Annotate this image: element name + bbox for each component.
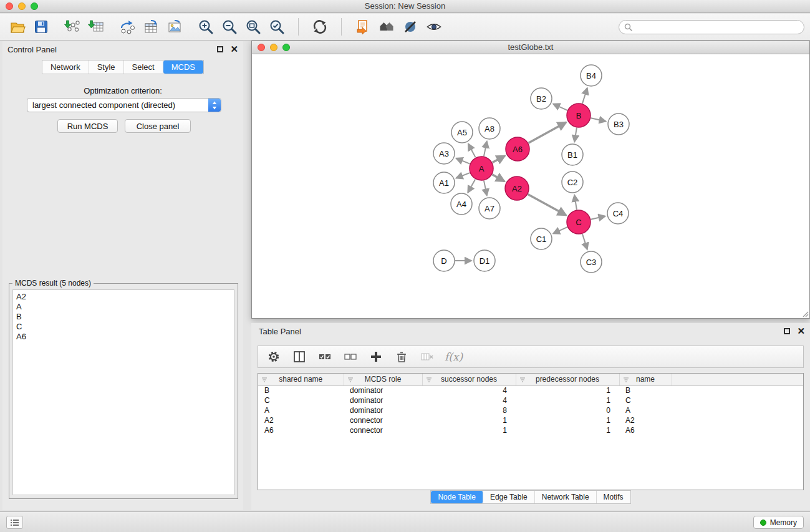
cell-name[interactable]: A <box>619 405 672 415</box>
clipboard-button[interactable] <box>353 17 373 37</box>
columns-button[interactable] <box>291 349 307 365</box>
node-C[interactable]: C <box>567 210 591 234</box>
node-A6[interactable]: A6 <box>506 137 529 161</box>
edge-B-B2[interactable] <box>553 104 567 110</box>
cell-shared-name[interactable]: A2 <box>258 415 344 425</box>
import-table-button[interactable] <box>86 17 106 37</box>
save-session-button[interactable] <box>31 17 51 37</box>
node-C1[interactable]: C1 <box>531 228 552 249</box>
tab-network[interactable]: Network <box>42 60 89 74</box>
edge-A-A2[interactable] <box>492 175 504 181</box>
cell-shared-name[interactable]: A6 <box>258 425 344 435</box>
import-network-button[interactable] <box>62 17 82 37</box>
table-row[interactable]: A2connector11A2 <box>258 415 803 425</box>
tab-edge-table[interactable]: Edge Table <box>483 491 535 503</box>
node-C4[interactable]: C4 <box>607 203 629 224</box>
cell-predecessor-nodes[interactable]: 1 <box>516 385 619 395</box>
cell-name[interactable]: A6 <box>619 425 672 435</box>
eye-button[interactable] <box>424 17 444 37</box>
node-C2[interactable]: C2 <box>562 172 583 193</box>
cell-MCDS-role[interactable]: dominator <box>344 385 422 395</box>
zoom-network-window-button[interactable] <box>282 44 290 51</box>
zoom-fit-button[interactable] <box>243 17 263 37</box>
node-A7[interactable]: A7 <box>479 198 500 219</box>
result-list-item[interactable]: B <box>16 312 231 322</box>
new-network-button[interactable] <box>117 17 137 37</box>
node-A[interactable]: A <box>470 157 493 180</box>
cell-shared-name[interactable]: A <box>258 405 344 415</box>
cell-predecessor-nodes[interactable]: 0 <box>516 405 619 415</box>
close-panel-button[interactable]: Close panel <box>125 119 191 133</box>
run-mcds-button[interactable]: Run MCDS <box>57 119 118 133</box>
node-A8[interactable]: A8 <box>479 118 500 139</box>
delete-column-button[interactable] <box>419 349 435 365</box>
result-list-item[interactable]: A <box>16 302 231 312</box>
edge-A-A5[interactable] <box>468 144 476 158</box>
table-row[interactable]: Cdominator41C <box>258 395 803 405</box>
close-table-panel-icon[interactable]: ✕ <box>797 327 805 334</box>
float-panel-icon[interactable] <box>217 46 223 52</box>
minimize-network-window-button[interactable] <box>270 44 277 51</box>
column-header-name[interactable]: name <box>619 374 672 385</box>
edge-A6-B[interactable] <box>529 122 566 143</box>
edge-C-C2[interactable] <box>574 195 577 210</box>
edge-B-B4[interactable] <box>582 88 587 104</box>
edge-A-A3[interactable] <box>456 158 470 164</box>
column-header-shared-name[interactable]: shared name <box>258 374 344 385</box>
function-builder-button[interactable]: f(x) <box>445 351 463 363</box>
cell-successor-nodes[interactable]: 4 <box>422 385 516 395</box>
delete-row-button[interactable] <box>393 349 410 365</box>
network-canvas[interactable]: B4B2BB3A5A8A6B1A3AC2A1A2A4A7CC4C1C3DD1 <box>252 55 809 318</box>
cell-name[interactable]: A2 <box>619 415 672 425</box>
float-table-panel-icon[interactable] <box>784 328 790 334</box>
table-row[interactable]: A6connector11A6 <box>258 425 803 435</box>
edge-A-A4[interactable] <box>468 179 475 192</box>
tab-mcds[interactable]: MCDS <box>163 60 203 74</box>
criterion-dropdown[interactable]: largest connected component (directed) <box>27 98 221 112</box>
edge-C-C4[interactable] <box>591 216 605 220</box>
edge-C-C1[interactable] <box>553 227 567 233</box>
node-B3[interactable]: B3 <box>608 114 629 135</box>
tab-select[interactable]: Select <box>124 60 163 74</box>
search-input[interactable] <box>635 22 799 32</box>
cell-predecessor-nodes[interactable]: 1 <box>516 425 619 435</box>
edge-B-B1[interactable] <box>574 128 577 142</box>
export-image-button[interactable] <box>165 17 185 37</box>
cell-successor-nodes[interactable]: 8 <box>422 405 516 415</box>
node-B1[interactable]: B1 <box>562 144 583 165</box>
settings-button[interactable] <box>266 349 282 365</box>
node-A2[interactable]: A2 <box>505 177 529 200</box>
refresh-button[interactable] <box>310 17 330 37</box>
cell-shared-name[interactable]: B <box>258 385 344 395</box>
edge-B-B3[interactable] <box>591 118 606 121</box>
column-header-predecessor-nodes[interactable]: predecessor nodes <box>516 374 619 385</box>
edge-A-A6[interactable] <box>493 156 505 163</box>
node-A5[interactable]: A5 <box>451 122 473 143</box>
close-network-window-button[interactable] <box>258 44 265 51</box>
add-row-button[interactable] <box>368 349 384 365</box>
new-table-button[interactable] <box>141 17 161 37</box>
memory-button[interactable]: Memory <box>753 516 804 529</box>
cell-successor-nodes[interactable]: 1 <box>422 415 516 425</box>
cell-successor-nodes[interactable]: 4 <box>422 395 516 405</box>
table-row[interactable]: Adominator80A <box>258 405 803 415</box>
edge-A-A1[interactable] <box>456 173 470 178</box>
cell-predecessor-nodes[interactable]: 1 <box>516 415 619 425</box>
node-B4[interactable]: B4 <box>581 65 602 86</box>
edge-A-A7[interactable] <box>484 181 487 196</box>
cell-MCDS-role[interactable]: dominator <box>344 405 422 415</box>
close-panel-icon[interactable]: ✕ <box>230 46 238 52</box>
node-table-container[interactable]: shared nameMCDS rolesuccessor nodesprede… <box>258 373 804 490</box>
cell-name[interactable]: B <box>619 385 672 395</box>
node-D1[interactable]: D1 <box>474 250 495 271</box>
task-history-button[interactable] <box>6 516 23 529</box>
column-header-successor-nodes[interactable]: successor nodes <box>422 374 516 385</box>
zoom-selected-button[interactable] <box>267 17 287 37</box>
cell-shared-name[interactable]: C <box>258 395 344 405</box>
node-A3[interactable]: A3 <box>433 143 455 164</box>
zoom-window-button[interactable] <box>31 2 38 10</box>
mcds-result-list[interactable]: A2ABCA6 <box>12 289 234 495</box>
node-A4[interactable]: A4 <box>451 193 472 215</box>
table-row[interactable]: Bdominator41B <box>258 385 803 395</box>
open-session-button[interactable] <box>7 17 27 37</box>
